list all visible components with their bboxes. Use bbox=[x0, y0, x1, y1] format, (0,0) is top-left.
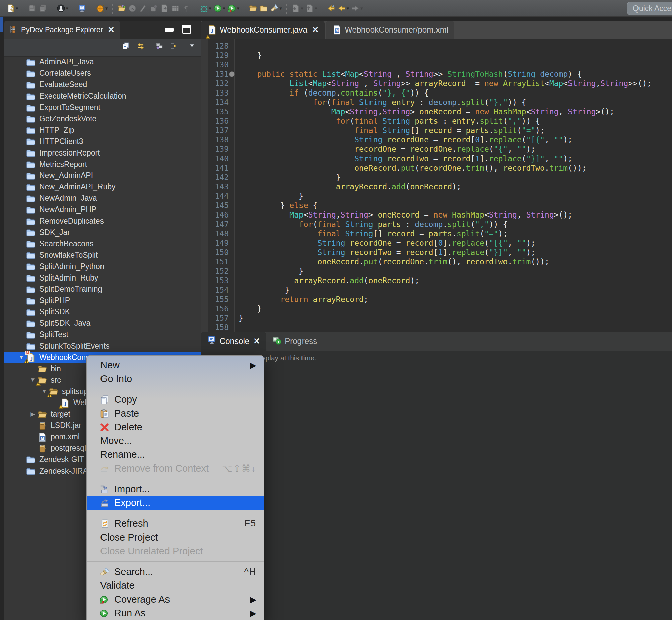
tree-item-impressionreport[interactable]: ImpressionReport bbox=[4, 147, 201, 158]
dropdown-caret-icon[interactable]: ▾ bbox=[16, 5, 18, 11]
plugin-button[interactable] bbox=[150, 4, 158, 13]
tree-item-httpclient3[interactable]: HTTPClient3 bbox=[4, 136, 201, 147]
tree-item-evaluateseed[interactable]: EvaluateSeed bbox=[4, 79, 201, 91]
tree-item-label: SplitAdmin_Python bbox=[39, 262, 104, 271]
menu-item-paste[interactable]: Paste bbox=[87, 407, 264, 420]
package-filter-button[interactable] bbox=[155, 42, 164, 52]
back-button[interactable]: ▾ bbox=[337, 4, 349, 13]
menu-item-coverage-as[interactable]: Coverage As▶ bbox=[87, 592, 264, 606]
save-button[interactable] bbox=[28, 4, 37, 13]
menu-item-go-into[interactable]: Go Into bbox=[87, 372, 264, 386]
tree-item-searchbeacons[interactable]: SearchBeacons bbox=[4, 238, 201, 249]
menu-item-move[interactable]: Move... bbox=[87, 434, 264, 448]
tree-item-splittest[interactable]: SplitTest bbox=[4, 329, 201, 341]
minimize-icon[interactable] bbox=[165, 28, 173, 32]
dropdown-caret-icon[interactable]: ▾ bbox=[347, 5, 349, 11]
view-menu-button[interactable] bbox=[188, 42, 195, 50]
menu-item-new[interactable]: New▶ bbox=[87, 358, 264, 372]
debug-button[interactable]: ▾ bbox=[200, 4, 212, 13]
doc-forward-button[interactable] bbox=[160, 4, 169, 13]
menu-item-export[interactable]: Export... bbox=[87, 496, 264, 510]
open-folder-button[interactable] bbox=[248, 4, 257, 13]
table-view-button[interactable] bbox=[171, 4, 179, 13]
code-line-151: oneRecord.put(recordOne.trim(), recordTw… bbox=[238, 257, 549, 266]
pilcrow-button[interactable]: ¶ bbox=[181, 4, 190, 13]
tree-item-correlateusers[interactable]: CorrelateUsers bbox=[4, 68, 201, 79]
run-button[interactable]: ▾ bbox=[213, 4, 225, 13]
code-line-146: Map<String,String> oneRecord = new HashM… bbox=[238, 210, 572, 219]
quick-access-input[interactable]: Quick Access bbox=[627, 2, 672, 15]
menu-item-run-as[interactable]: Run As▶ bbox=[87, 606, 264, 620]
collapse-all-button[interactable] bbox=[122, 42, 130, 52]
save-all-button[interactable] bbox=[39, 4, 47, 13]
tree-item-metricsreport[interactable]: MetricsReport bbox=[4, 158, 201, 170]
console-tab-console[interactable]: Console✕ bbox=[201, 332, 266, 351]
forward-button[interactable]: ▾ bbox=[351, 4, 363, 13]
dropdown-caret-icon[interactable]: ▾ bbox=[360, 5, 363, 11]
console-window-button[interactable] bbox=[78, 4, 87, 13]
tree-item-splitphp[interactable]: SplitPHP bbox=[4, 295, 201, 306]
new-wizard-button[interactable]: ▾ bbox=[6, 4, 18, 13]
expand-arrow-icon[interactable]: ▶ bbox=[29, 411, 37, 418]
menu-item-validate[interactable]: Validate bbox=[87, 579, 264, 592]
dropdown-caret-icon[interactable]: ▾ bbox=[237, 5, 239, 11]
menu-item-delete[interactable]: Delete bbox=[87, 420, 264, 434]
maximize-icon[interactable] bbox=[182, 25, 191, 34]
tree-item-removeduplicates[interactable]: RemoveDuplicates bbox=[4, 215, 201, 227]
dropdown-caret-icon[interactable]: ▾ bbox=[301, 5, 303, 11]
tree-item-splitsdk-java[interactable]: SplitSDK_Java bbox=[4, 318, 201, 329]
run-config-folder-button[interactable] bbox=[117, 4, 126, 13]
menu-item-close-project[interactable]: Close Project bbox=[87, 530, 264, 544]
pull-down-doc-button[interactable]: ▾ bbox=[291, 4, 303, 13]
menu-item-import[interactable]: Import... bbox=[87, 482, 264, 496]
tree-item-splunktosplitevents[interactable]: SplunkToSplitEvents bbox=[4, 341, 201, 352]
dropdown-caret-icon[interactable]: ▾ bbox=[105, 5, 108, 11]
menu-item-copy[interactable]: Copy bbox=[87, 393, 264, 407]
back-star-button[interactable] bbox=[327, 4, 335, 13]
bug-button[interactable]: ▾ bbox=[96, 4, 108, 13]
tree-item-executemetriccalculation[interactable]: ExecuteMetricCalculation bbox=[4, 91, 201, 102]
editor-tab-pom-xml[interactable]: MWebhookConsumer/pom.xml bbox=[326, 21, 454, 39]
editor-tab-webhookconsumer-java[interactable]: JWebhookConsumer.java✕ bbox=[201, 21, 325, 39]
dropdown-caret-icon[interactable]: ▾ bbox=[209, 5, 212, 11]
tree-item-splitadmin-python[interactable]: SplitAdmin_Python bbox=[4, 261, 201, 272]
menu-item-rename[interactable]: Rename... bbox=[87, 448, 264, 462]
tree-item-adminapi-java[interactable]: AdminAPI_Java bbox=[4, 56, 201, 68]
close-icon[interactable]: ✕ bbox=[108, 25, 115, 35]
tree-item-splitsdk[interactable]: SplitSDK bbox=[4, 306, 201, 318]
tree-item-snowflaketosplit[interactable]: SnowflakeToSplit bbox=[4, 249, 201, 261]
closed-folder-button[interactable] bbox=[259, 4, 268, 13]
link-editor-button[interactable] bbox=[136, 42, 145, 52]
tree-item-exporttosegment[interactable]: ExportToSegment bbox=[4, 102, 201, 113]
tree-item-newadmin-java[interactable]: NewAdmin_Java bbox=[4, 193, 201, 204]
code-line-136: for(final String parts : entry.split(","… bbox=[238, 116, 540, 126]
close-icon[interactable]: ✕ bbox=[312, 25, 319, 35]
fold-marker-icon[interactable] bbox=[229, 71, 235, 77]
dropdown-caret-icon[interactable]: ▾ bbox=[279, 5, 282, 11]
code-editor[interactable]: 128129 }130131 public static List<Map<St… bbox=[201, 39, 672, 332]
code-line-156: } bbox=[238, 304, 262, 313]
team-button[interactable]: TC bbox=[128, 4, 137, 13]
menu-item-search[interactable]: Search...^H bbox=[87, 565, 264, 579]
user-profile-button[interactable]: ▾ bbox=[57, 4, 69, 13]
tree-item-new-adminapi[interactable]: New_AdminAPI bbox=[4, 170, 201, 181]
dropdown-caret-icon[interactable]: ▾ bbox=[66, 5, 69, 11]
sketch-pen-button[interactable] bbox=[139, 4, 148, 13]
tree-item-sdk-jar[interactable]: SDK_Jar bbox=[4, 227, 201, 238]
dropdown-caret-icon[interactable]: ▾ bbox=[315, 5, 317, 11]
tree-item-new-adminapi-ruby[interactable]: New_AdminAPI_Ruby bbox=[4, 181, 201, 193]
console-tab-progress[interactable]: Progress bbox=[266, 332, 323, 351]
tree-item-http-zip[interactable]: HTTP_Zip bbox=[4, 124, 201, 136]
dropdown-caret-icon[interactable]: ▾ bbox=[223, 5, 225, 11]
tree-item-splitadmin-ruby[interactable]: SplitAdmin_Ruby bbox=[4, 272, 201, 283]
flashlight-button[interactable]: ▾ bbox=[270, 4, 282, 13]
tree-item-newadmin-php[interactable]: NewAdmin_PHP bbox=[4, 204, 201, 215]
tree-item-splitdemotraining[interactable]: SplitDemoTraining bbox=[4, 283, 201, 295]
tab-pydev-package-explorer[interactable]: PyDev Package Explorer ✕ bbox=[4, 21, 120, 39]
sync-expand-button[interactable] bbox=[169, 42, 178, 52]
menu-item-refresh[interactable]: RefreshF5 bbox=[87, 517, 264, 530]
tree-item-getzendeskvote[interactable]: GetZendeskVote bbox=[4, 113, 201, 125]
coverage-button[interactable]: ▾ bbox=[227, 4, 239, 13]
push-up-doc-button[interactable]: ▾ bbox=[305, 4, 317, 13]
close-icon[interactable]: ✕ bbox=[253, 337, 260, 346]
